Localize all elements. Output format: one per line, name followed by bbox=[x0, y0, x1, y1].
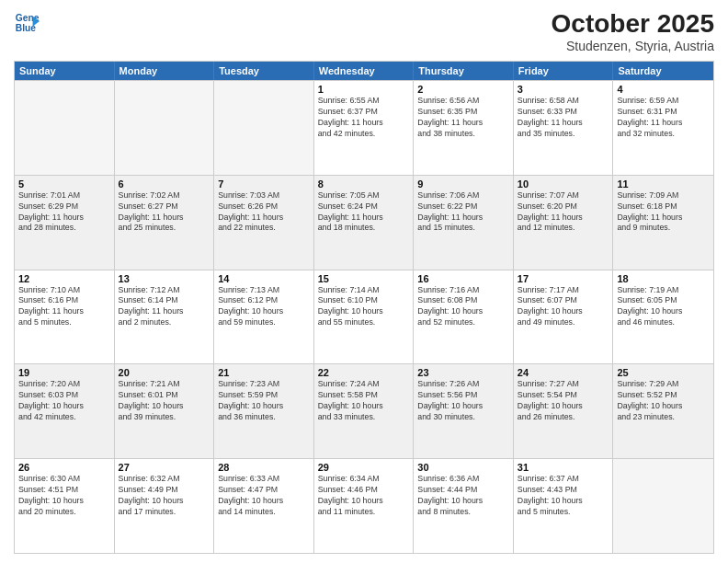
cal-cell: 7Sunrise: 7:03 AM Sunset: 6:26 PM Daylig… bbox=[214, 176, 314, 270]
cal-cell: 16Sunrise: 7:16 AM Sunset: 6:08 PM Dayli… bbox=[414, 270, 514, 364]
cal-cell bbox=[115, 81, 215, 175]
cal-cell: 11Sunrise: 7:09 AM Sunset: 6:18 PM Dayli… bbox=[613, 176, 713, 270]
header-day-saturday: Saturday bbox=[613, 62, 713, 80]
cal-cell: 24Sunrise: 7:27 AM Sunset: 5:54 PM Dayli… bbox=[514, 364, 614, 458]
cal-cell: 8Sunrise: 7:05 AM Sunset: 6:24 PM Daylig… bbox=[314, 176, 415, 270]
day-number: 28 bbox=[218, 462, 310, 473]
day-number: 7 bbox=[218, 178, 310, 190]
day-number: 26 bbox=[18, 462, 110, 473]
day-info: Sunrise: 7:01 AM Sunset: 6:29 PM Dayligh… bbox=[18, 190, 110, 235]
cal-cell: 9Sunrise: 7:06 AM Sunset: 6:22 PM Daylig… bbox=[414, 176, 514, 270]
title-block: October 2025 Studenzen, Styria, Austria bbox=[552, 9, 714, 53]
day-number: 5 bbox=[18, 178, 110, 190]
cal-cell: 29Sunrise: 6:34 AM Sunset: 4:46 PM Dayli… bbox=[314, 459, 415, 553]
header-day-friday: Friday bbox=[514, 62, 614, 80]
day-info: Sunrise: 7:23 AM Sunset: 5:59 PM Dayligh… bbox=[218, 379, 310, 423]
cal-cell: 13Sunrise: 7:12 AM Sunset: 6:14 PM Dayli… bbox=[115, 270, 215, 364]
calendar-page: General Blue October 2025 Studenzen, Sty… bbox=[0, 0, 728, 563]
day-number: 23 bbox=[417, 367, 509, 378]
header-day-wednesday: Wednesday bbox=[314, 62, 415, 80]
day-number: 24 bbox=[518, 367, 609, 378]
day-number: 20 bbox=[119, 367, 210, 378]
cal-cell: 19Sunrise: 7:20 AM Sunset: 6:03 PM Dayli… bbox=[15, 364, 115, 458]
day-info: Sunrise: 7:06 AM Sunset: 6:22 PM Dayligh… bbox=[417, 190, 509, 235]
day-number: 21 bbox=[218, 367, 310, 378]
cal-cell: 10Sunrise: 7:07 AM Sunset: 6:20 PM Dayli… bbox=[514, 176, 614, 270]
day-info: Sunrise: 7:20 AM Sunset: 6:03 PM Dayligh… bbox=[18, 379, 110, 423]
cal-cell: 23Sunrise: 7:26 AM Sunset: 5:56 PM Dayli… bbox=[414, 364, 514, 458]
day-number: 3 bbox=[518, 84, 609, 95]
cal-cell: 12Sunrise: 7:10 AM Sunset: 6:16 PM Dayli… bbox=[15, 270, 115, 364]
cal-cell: 31Sunrise: 6:37 AM Sunset: 4:43 PM Dayli… bbox=[514, 459, 614, 553]
day-info: Sunrise: 7:07 AM Sunset: 6:20 PM Dayligh… bbox=[518, 190, 609, 235]
month-title: October 2025 bbox=[552, 9, 714, 39]
day-number: 4 bbox=[617, 84, 710, 95]
cal-cell: 18Sunrise: 7:19 AM Sunset: 6:05 PM Dayli… bbox=[613, 270, 713, 364]
day-info: Sunrise: 6:34 AM Sunset: 4:46 PM Dayligh… bbox=[318, 474, 410, 518]
cal-row-2: 12Sunrise: 7:10 AM Sunset: 6:16 PM Dayli… bbox=[15, 270, 713, 364]
day-number: 18 bbox=[617, 273, 710, 284]
day-info: Sunrise: 6:59 AM Sunset: 6:31 PM Dayligh… bbox=[617, 96, 710, 140]
cal-cell: 2Sunrise: 6:56 AM Sunset: 6:35 PM Daylig… bbox=[414, 81, 514, 175]
day-info: Sunrise: 6:33 AM Sunset: 4:47 PM Dayligh… bbox=[218, 474, 310, 518]
day-number: 15 bbox=[318, 273, 410, 284]
cal-row-4: 26Sunrise: 6:30 AM Sunset: 4:51 PM Dayli… bbox=[15, 458, 713, 553]
cal-row-3: 19Sunrise: 7:20 AM Sunset: 6:03 PM Dayli… bbox=[15, 363, 713, 458]
header-day-sunday: Sunday bbox=[15, 62, 115, 80]
day-number: 14 bbox=[218, 273, 310, 284]
day-info: Sunrise: 7:14 AM Sunset: 6:10 PM Dayligh… bbox=[318, 285, 410, 329]
cal-row-0: 1Sunrise: 6:55 AM Sunset: 6:37 PM Daylig… bbox=[15, 80, 713, 175]
day-info: Sunrise: 7:21 AM Sunset: 6:01 PM Dayligh… bbox=[119, 379, 210, 423]
cal-cell bbox=[613, 459, 713, 553]
day-info: Sunrise: 7:12 AM Sunset: 6:14 PM Dayligh… bbox=[119, 285, 210, 329]
day-number: 9 bbox=[417, 178, 509, 190]
day-number: 6 bbox=[119, 178, 210, 190]
day-number: 27 bbox=[119, 462, 210, 473]
day-info: Sunrise: 7:13 AM Sunset: 6:12 PM Dayligh… bbox=[218, 285, 310, 329]
cal-row-1: 5Sunrise: 7:01 AM Sunset: 6:29 PM Daylig… bbox=[15, 175, 713, 270]
day-number: 10 bbox=[518, 178, 609, 190]
cal-cell: 3Sunrise: 6:58 AM Sunset: 6:33 PM Daylig… bbox=[514, 81, 614, 175]
day-number: 2 bbox=[417, 84, 509, 95]
cal-cell: 26Sunrise: 6:30 AM Sunset: 4:51 PM Dayli… bbox=[15, 459, 115, 553]
day-number: 29 bbox=[318, 462, 410, 473]
day-number: 11 bbox=[617, 178, 710, 190]
cal-cell: 22Sunrise: 7:24 AM Sunset: 5:58 PM Dayli… bbox=[314, 364, 415, 458]
day-info: Sunrise: 6:56 AM Sunset: 6:35 PM Dayligh… bbox=[417, 96, 509, 140]
cal-cell: 14Sunrise: 7:13 AM Sunset: 6:12 PM Dayli… bbox=[214, 270, 314, 364]
cal-cell bbox=[214, 81, 314, 175]
day-info: Sunrise: 7:26 AM Sunset: 5:56 PM Dayligh… bbox=[417, 379, 509, 423]
header-day-monday: Monday bbox=[115, 62, 215, 80]
cal-cell: 20Sunrise: 7:21 AM Sunset: 6:01 PM Dayli… bbox=[115, 364, 215, 458]
day-info: Sunrise: 6:55 AM Sunset: 6:37 PM Dayligh… bbox=[318, 96, 410, 140]
calendar: SundayMondayTuesdayWednesdayThursdayFrid… bbox=[14, 61, 714, 554]
cal-cell: 17Sunrise: 7:17 AM Sunset: 6:07 PM Dayli… bbox=[514, 270, 614, 364]
logo: General Blue bbox=[14, 9, 40, 35]
cal-cell: 15Sunrise: 7:14 AM Sunset: 6:10 PM Dayli… bbox=[314, 270, 415, 364]
day-info: Sunrise: 7:17 AM Sunset: 6:07 PM Dayligh… bbox=[518, 285, 609, 329]
day-info: Sunrise: 7:27 AM Sunset: 5:54 PM Dayligh… bbox=[518, 379, 609, 423]
day-number: 12 bbox=[18, 273, 110, 284]
day-number: 8 bbox=[318, 178, 410, 190]
day-number: 31 bbox=[518, 462, 609, 473]
day-info: Sunrise: 6:32 AM Sunset: 4:49 PM Dayligh… bbox=[119, 474, 210, 518]
day-info: Sunrise: 7:24 AM Sunset: 5:58 PM Dayligh… bbox=[318, 379, 410, 423]
header-day-tuesday: Tuesday bbox=[214, 62, 314, 80]
subtitle: Studenzen, Styria, Austria bbox=[552, 39, 714, 53]
day-info: Sunrise: 7:02 AM Sunset: 6:27 PM Dayligh… bbox=[119, 190, 210, 235]
day-number: 19 bbox=[18, 367, 110, 378]
day-info: Sunrise: 7:05 AM Sunset: 6:24 PM Dayligh… bbox=[318, 190, 410, 235]
day-info: Sunrise: 7:03 AM Sunset: 6:26 PM Dayligh… bbox=[218, 190, 310, 235]
header-day-thursday: Thursday bbox=[414, 62, 514, 80]
header: General Blue October 2025 Studenzen, Sty… bbox=[14, 9, 714, 53]
day-number: 30 bbox=[417, 462, 509, 473]
day-number: 17 bbox=[518, 273, 609, 284]
day-info: Sunrise: 6:36 AM Sunset: 4:44 PM Dayligh… bbox=[417, 474, 509, 518]
day-info: Sunrise: 7:10 AM Sunset: 6:16 PM Dayligh… bbox=[18, 285, 110, 329]
day-info: Sunrise: 7:16 AM Sunset: 6:08 PM Dayligh… bbox=[417, 285, 509, 329]
day-info: Sunrise: 7:09 AM Sunset: 6:18 PM Dayligh… bbox=[617, 190, 710, 235]
day-number: 13 bbox=[119, 273, 210, 284]
cal-cell: 6Sunrise: 7:02 AM Sunset: 6:27 PM Daylig… bbox=[115, 176, 215, 270]
cal-cell: 30Sunrise: 6:36 AM Sunset: 4:44 PM Dayli… bbox=[414, 459, 514, 553]
cal-cell: 25Sunrise: 7:29 AM Sunset: 5:52 PM Dayli… bbox=[613, 364, 713, 458]
